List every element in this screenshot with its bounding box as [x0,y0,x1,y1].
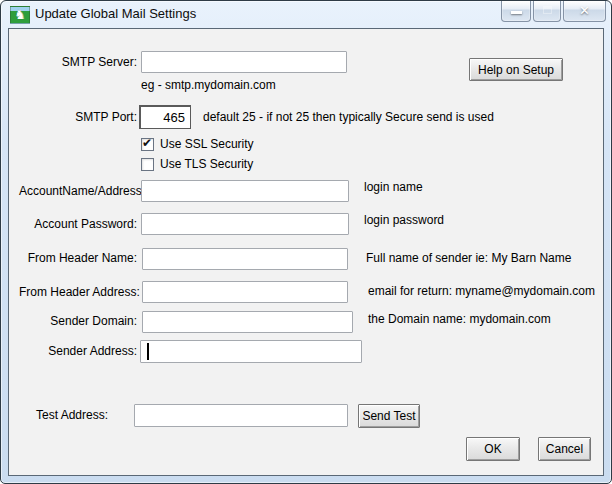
account-password-input[interactable] [141,213,349,235]
ssl-checkbox-label: Use SSL Security [160,137,254,152]
sender-domain-label: Sender Domain: [19,314,137,329]
account-name-hint: login name [364,180,423,195]
send-test-button[interactable]: Send Test [358,404,420,428]
from-header-address-label: From Header Address: [19,285,137,300]
ssl-checkbox[interactable]: ✔ [141,138,154,151]
account-password-hint: login password [364,213,444,228]
close-button[interactable]: ✕ [563,1,606,22]
checkmark-icon: ✔ [142,136,152,150]
ok-button[interactable]: OK [466,437,520,461]
from-header-address-hint: email for return: myname@mydomain.com [368,284,595,299]
account-name-input[interactable] [141,180,349,202]
minimize-icon [511,11,522,14]
from-header-address-input[interactable] [142,281,348,303]
maximize-button [533,1,561,22]
dialog-window: ♞ Update Global Mail Settings ✕ SMTP Ser… [0,0,612,484]
tls-checkbox-label: Use TLS Security [160,157,253,172]
from-header-name-input[interactable] [142,248,348,270]
smtp-port-label: SMTP Port: [19,110,137,125]
horse-icon: ♞ [10,6,30,24]
smtp-port-hint: default 25 - if not 25 then typically Se… [203,110,494,125]
tls-checkbox[interactable] [141,158,154,171]
smtp-server-hint: eg - smtp.mydomain.com [141,78,276,93]
from-header-name-label: From Header Name: [19,251,137,266]
horse-icon-glyph: ♞ [11,7,29,23]
sender-address-input[interactable] [140,340,362,363]
account-name-label: AccountName/Address [19,184,137,199]
dialog-client-area: SMTP Server: eg - smtp.mydomain.com Help… [8,28,604,476]
smtp-server-label: SMTP Server: [19,55,137,70]
close-icon: ✕ [564,1,605,20]
smtp-port-input[interactable] [139,105,191,129]
smtp-server-input[interactable] [141,51,347,73]
window-title: Update Global Mail Settings [35,1,196,28]
sender-domain-hint: the Domain name: mydomain.com [368,312,551,327]
test-address-label: Test Address: [19,408,108,423]
account-password-label: Account Password: [19,217,137,232]
maximize-icon [543,6,552,14]
sender-domain-input[interactable] [142,311,353,333]
from-header-name-hint: Full name of sender ie: My Barn Name [366,251,571,266]
help-on-setup-button[interactable]: Help on Setup [469,58,563,81]
sender-address-label: Sender Address: [19,344,137,359]
test-address-input[interactable] [134,404,348,427]
minimize-button[interactable] [501,1,531,22]
cancel-button[interactable]: Cancel [538,437,591,461]
title-bar[interactable]: ♞ Update Global Mail Settings ✕ [2,1,610,28]
